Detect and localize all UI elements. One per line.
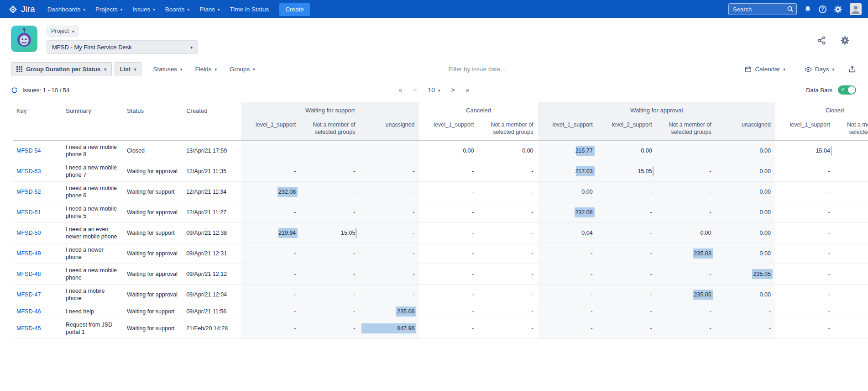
chevron-down-icon: ▾ [215,68,217,72]
group-column-header[interactable]: Not a member of selected groups [300,118,360,140]
duration-value: - [294,209,296,216]
issue-key-link[interactable]: MFSD-52 [16,189,41,195]
export-icon[interactable] [848,65,856,73]
settings-gear-icon[interactable] [834,5,842,14]
group-column-header[interactable]: level_1_support [419,118,478,140]
groups-dropdown[interactable]: Groups▾ [225,63,260,76]
key-cell: MFSD-46 [13,305,62,318]
duration-cell: - [300,140,360,161]
issue-key-link[interactable]: MFSD-45 [16,325,41,332]
page-settings-gear-icon[interactable] [840,36,850,45]
issue-key-link[interactable]: MFSD-49 [16,250,41,257]
statuses-dropdown[interactable]: Statuses▾ [148,63,187,76]
time-unit-dropdown[interactable]: Days ▾ [800,63,839,76]
previous-page-button[interactable]: < [413,86,417,94]
jira-logo[interactable]: Jira [8,4,35,14]
nav-item-time-in-status[interactable]: Time in Status [225,0,274,18]
issue-key-link[interactable]: MFSD-51 [16,209,41,216]
duration-cell: - [360,243,419,264]
duration-value: 0.00 [760,148,771,154]
report-type-button[interactable]: Group Duration per Status ▾ [11,62,112,76]
summary-cell: Request from JSD portal 1 [62,318,123,339]
refresh-icon[interactable] [11,87,18,94]
nav-item-dashboards[interactable]: Dashboards▾ [42,0,90,18]
duration-cell: - [657,318,716,339]
calendar-dropdown[interactable]: Calendar ▾ [740,63,790,76]
nav-item-boards[interactable]: Boards▾ [160,0,194,18]
project-scope-button[interactable]: Project ▾ [47,26,78,37]
nav-item-label: Boards [165,6,185,13]
view-mode-button[interactable]: List ▾ [115,62,142,76]
group-column-header[interactable]: Not a member of selected groups [479,118,538,140]
toolbar-dropdowns: Statuses▾Fields▾Groups▾ [148,63,260,76]
duration-value: 217.03 [575,168,592,174]
key-cell: MFSD-54 [13,140,62,161]
next-page-button[interactable]: > [451,86,455,94]
nav-item-label: Time in Status [230,6,269,13]
duration-cell: 0.00 [419,140,478,161]
nav-item-plans[interactable]: Plans▾ [194,0,225,18]
issue-key-link[interactable]: MFSD-46 [16,308,41,315]
top-nav: Jira Dashboards▾Projects▾Issues▾Boards▾P… [0,0,868,18]
notifications-bell-icon[interactable] [804,5,811,13]
created-cell: 09/Apr/21 12:12 [183,264,241,285]
group-column-header[interactable]: unassigned [716,118,775,140]
nav-item-issues[interactable]: Issues▾ [127,0,160,18]
duration-cell: - [716,305,775,318]
group-column-header[interactable]: level_1_support [241,118,300,140]
duration-value: - [828,291,830,298]
project-select-value: MFSD - My First Service Desk [52,44,132,51]
share-icon[interactable] [817,36,826,45]
first-page-button[interactable]: « [398,86,402,94]
data-bar [356,228,357,238]
issue-key-link[interactable]: MFSD-53 [16,168,41,174]
help-icon[interactable]: ? [819,5,826,13]
column-header-key[interactable]: Key [13,102,62,140]
nav-item-projects[interactable]: Projects▾ [90,0,127,18]
project-select[interactable]: MFSD - My First Service Desk ▾ [47,40,198,54]
status-cell: Waiting for support [123,182,183,202]
duration-cell: - [360,140,419,161]
column-header-created[interactable]: Created [183,102,241,140]
fields-dropdown[interactable]: Fields▾ [190,63,222,76]
column-header-summary[interactable]: Summary [62,102,123,140]
duration-value: - [353,250,355,257]
project-avatar[interactable] [11,26,37,52]
group-column-header[interactable]: unassigned [360,118,419,140]
last-page-button[interactable]: » [466,86,470,94]
data-bars-toggle[interactable]: ✓ [838,85,856,95]
duration-value: - [472,291,474,298]
status-group-header-waiting-for-support: Waiting for support [241,102,419,118]
duration-value: - [353,271,355,277]
issue-key-link[interactable]: MFSD-47 [16,291,41,298]
duration-cell: - [419,264,478,285]
user-avatar[interactable] [850,3,862,15]
group-column-header[interactable]: level_1_support [775,118,835,140]
duration-value: - [828,250,830,257]
duration-value: - [472,189,474,195]
chevron-down-icon: ▾ [438,89,440,93]
duration-value: - [472,230,474,236]
column-header-status[interactable]: Status [123,102,183,140]
duration-cell: - [775,223,835,243]
group-column-header[interactable]: level_2_support [597,118,657,140]
group-column-header[interactable]: Not a member of selected groups [657,118,716,140]
duration-value: - [710,325,711,332]
duration-value: - [531,209,533,216]
created-cell: 13/Apr/21 17:59 [183,140,241,161]
duration-cell: - [300,202,360,223]
duration-value: - [472,271,474,277]
duration-value: - [472,325,474,332]
issue-date-filter-input[interactable] [448,65,553,73]
issue-key-link[interactable]: MFSD-54 [16,148,41,154]
duration-cell: - [479,202,538,223]
group-column-header[interactable]: Not a member of selected groups [835,118,868,140]
duration-cell: 0.00 [538,182,597,202]
page-size-dropdown[interactable]: 10 ▾ [428,86,440,94]
create-button[interactable]: Create [279,3,310,16]
group-column-header[interactable]: level_1_support [538,118,597,140]
status-cell: Waiting for support [123,318,183,339]
issue-key-link[interactable]: MFSD-50 [16,230,41,236]
duration-value: - [650,189,652,195]
issue-key-link[interactable]: MFSD-48 [16,271,41,277]
